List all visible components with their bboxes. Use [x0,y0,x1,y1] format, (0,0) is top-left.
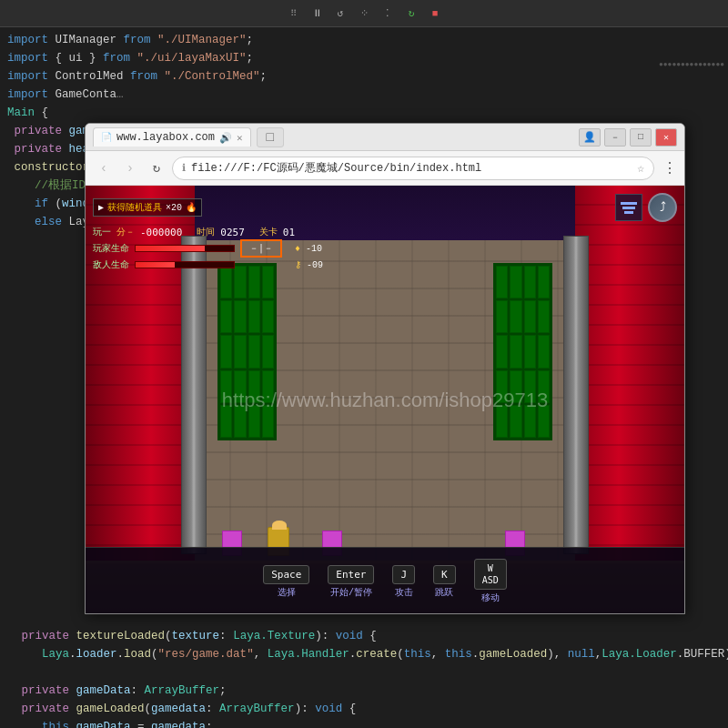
score-value: -000000 [140,227,182,238]
url-text: file:///F:/FC源码/悪魔城/Source/bin/index.htm… [191,160,628,176]
control-space: Space 选择 [263,565,309,599]
toolbar: ⠿ ⏸ ↺ ⁘ ⁚ ↻ ■ [0,0,728,27]
player-health-label: 玩家生命 [93,242,129,255]
hud-right-icons: ⤴ [615,193,677,222]
bottom-code-area: private textureLoaded(texture: Laya.Text… [0,623,728,728]
hud-score: 玩一 分－ -000000 时间 0257 关卡 01 玩家生命 －|－ ♦ -… [86,224,684,273]
toolbar-dots: ⠿ [285,5,301,22]
space-key: Space [263,565,309,584]
code-line: import GameConta… [0,86,728,104]
close-btn[interactable]: ✕ [655,128,677,147]
time-label: 时间 [197,226,215,238]
code-line-loader: Laya.loader.load("res/game.dat", Laya.Ha… [7,645,721,663]
stat-bar-3 [624,211,633,214]
stats-icon [615,194,642,221]
gem-icon: ♦ [295,244,300,254]
j-key: J [392,565,415,584]
forward-btn[interactable]: › [119,157,141,179]
item-count: ×20 [166,203,182,213]
url-bar[interactable]: ℹ file:///F:/FC源码/悪魔城/Source/bin/index.h… [172,157,654,180]
right-dots: ●●●●●●●●●●●●●●● [655,56,728,72]
code-line: import ControlMed from "./ControlMed"; [0,67,728,86]
control-j: J 攻击 [392,565,415,599]
code-line: import { ui } from "./ui/layaMaxUI"; [0,49,728,67]
score-prefix: 玩一 [93,226,111,238]
health-row: 玩家生命 －|－ ♦ -10 [93,239,677,258]
j-label: 攻击 [395,586,413,599]
player-health-bar-bg [135,245,235,252]
green-window-right [493,263,552,440]
get-item-label: 获得随机道具 [107,201,162,214]
wasd-label: 移动 [481,592,500,604]
back-btn[interactable]: ‹ [93,157,115,179]
space-label: 选择 [278,586,296,599]
time-value: 0257 [220,227,245,238]
stage-value: 01 [283,227,295,238]
code-line-texture: private textureLoaded(texture: Laya.Text… [7,627,721,645]
browser-titlebar: 📄 www.layabox.com 🔊 ✕ □ 👤 － □ ✕ [86,124,684,151]
green-window-left [217,263,277,440]
player-health-bar-fill [136,246,205,251]
code-line: import UIManager from "./UIManager"; [0,31,728,49]
k-key: K [433,565,456,584]
toolbar-restart-btn[interactable]: ↺ [332,5,349,22]
tab-title: www.layabox.com [116,131,215,144]
tab-audio-icon: 🔊 [219,132,232,144]
code-line-this-gamedata: this.gameData = gamedata; [7,718,721,728]
game-frame: ▶ 获得随机道具 ×20 🔥 ⤴ 玩一 [86,186,684,614]
control-k: K 跳跃 [433,565,456,599]
browser-menu-btn[interactable]: ⋮ [662,159,677,177]
column-far-left [181,236,207,554]
code-line-gameloaded: private gameLoaded(gamedata: ArrayBuffer… [7,700,721,718]
maximize-btn[interactable]: □ [630,128,652,147]
control-wasd: WASD 移动 [474,559,507,604]
stat-bar-2 [622,207,635,209]
toolbar-run-btn[interactable]: ↻ [403,5,420,22]
tab-close-btn[interactable]: ✕ [237,132,243,144]
enemy-health-label: 敌人生命 [93,258,129,271]
controls-bar: Space 选择 Enter 开始/暂停 J 攻击 K 跳跃 WASD 移动 [86,547,684,614]
profile-btn[interactable]: 👤 [579,128,601,147]
toolbar-step2-btn[interactable]: ⁚ [379,5,396,22]
k-label: 跳跃 [435,586,453,599]
key-icon: ⚷ [295,259,301,270]
bookmark-icon[interactable]: ☆ [637,161,644,176]
code-line-gamedata: private gameData: ArrayBuffer; [7,682,721,700]
browser-tab[interactable]: 📄 www.layabox.com 🔊 ✕ [93,127,251,147]
url-lock-icon: ℹ [182,162,186,174]
stage-label: 关卡 [259,226,278,238]
share-icon[interactable]: ⤴ [648,193,677,222]
score-row: 玩一 分－ -000000 时间 0257 关卡 01 [93,226,677,238]
code-line: Main { [0,104,728,122]
enter-key: Enter [328,565,374,584]
enter-label: 开始/暂停 [330,586,372,599]
selected-item-display: －|－ [240,239,282,258]
gem-value: -10 [306,244,322,254]
enemy-health-bar-fill [136,262,175,268]
item-flame-icon: 🔥 [186,202,197,213]
key-value: -09 [307,260,323,270]
hud-item-pickup: ▶ 获得随机道具 ×20 🔥 [93,198,202,217]
reload-btn[interactable]: ↻ [146,157,167,179]
control-enter: Enter 开始/暂停 [328,565,374,599]
code-editor: import UIManager from "./UIManager"; imp… [0,27,728,728]
hud-top: ▶ 获得随机道具 ×20 🔥 ⤴ [86,190,684,225]
toolbar-stop-btn[interactable]: ■ [427,5,443,22]
toolbar-step-btn[interactable]: ⁘ [356,5,372,22]
enemy-health-row: 敌人生命 ⚷ -09 [93,258,677,271]
stat-bar-1 [621,202,637,205]
wasd-key: WASD [474,559,507,590]
score-minus: 分－ [116,226,135,238]
tab-file-icon: 📄 [101,132,112,143]
code-line-blank [7,663,721,682]
browser-window: 📄 www.layabox.com 🔊 ✕ □ 👤 － □ ✕ ‹ › ↻ ℹ … [85,123,685,614]
browser-navbar: ‹ › ↻ ℹ file:///F:/FC源码/悪魔城/Source/bin/i… [86,151,684,186]
minimize-btn[interactable]: － [604,128,626,147]
column-far-right [563,236,589,554]
enemy-health-bar-bg [135,261,235,268]
item-icon: ▶ [98,202,104,213]
new-tab-btn[interactable]: □ [257,127,284,147]
window-controls: 👤 － □ ✕ [579,128,677,147]
toolbar-pause-btn[interactable]: ⏸ [308,5,325,22]
